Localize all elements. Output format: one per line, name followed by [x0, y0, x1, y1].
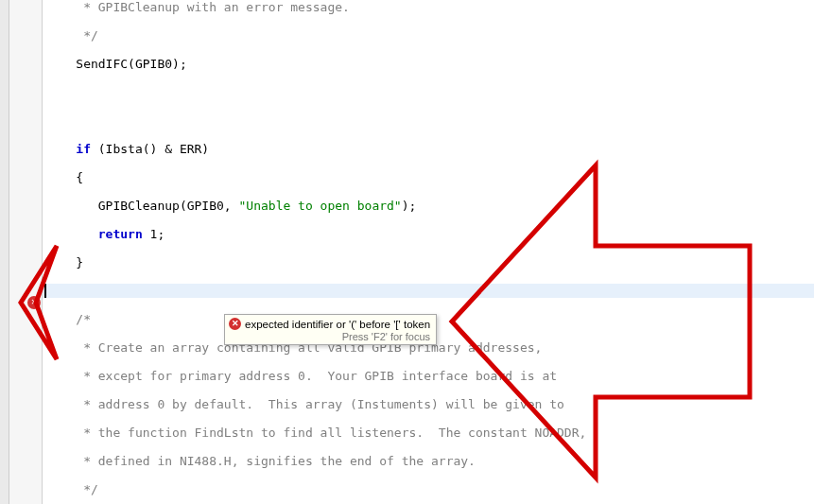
comment-line: */	[46, 28, 98, 43]
code-text: );	[402, 199, 417, 213]
blank-line	[43, 113, 814, 128]
text-cursor	[44, 284, 46, 298]
comment-line: * GPIBCleanup with an error message.	[46, 0, 350, 14]
comment-line: /*	[46, 312, 91, 326]
code-fn: SendIFC	[76, 57, 128, 71]
brace-line: {	[43, 170, 814, 184]
code-text: (GPIB0);	[128, 57, 187, 71]
code-area[interactable]: * GPIBCleanup with an error message. */ …	[43, 0, 814, 504]
code-text: 1;	[143, 227, 165, 241]
error-icon	[229, 318, 241, 330]
comment-line: * address 0 by default. This array (Inst…	[46, 397, 564, 411]
comment-line: * the function FindLstn to find all list…	[46, 426, 586, 440]
cursor-line	[43, 284, 814, 298]
brace-line: }	[43, 255, 814, 269]
tooltip-message: expected identifier or '(' before '[' to…	[245, 319, 430, 330]
comment-line: * defined in NI488.H, signifies the end …	[46, 454, 476, 468]
comment-line: * except for primary address 0. Your GPI…	[46, 369, 557, 383]
code-block[interactable]: * GPIBCleanup with an error message. */ …	[43, 0, 814, 504]
comment-line: */	[46, 482, 98, 496]
keyword-if: if	[76, 142, 91, 156]
error-tooltip[interactable]: expected identifier or '(' before '[' to…	[224, 314, 437, 345]
code-text: GPIBCleanup(GPIB0,	[46, 199, 239, 213]
tooltip-hint: Press 'F2' for focus	[229, 331, 430, 342]
editor-container: * GPIBCleanup with an error message. */ …	[0, 0, 814, 504]
left-rail	[0, 0, 9, 504]
code-text: (Ibsta() & ERR)	[91, 142, 209, 156]
blank-line	[43, 85, 814, 99]
keyword-return: return	[98, 227, 143, 241]
gutter[interactable]	[9, 0, 43, 504]
string-literal: "Unable to open board"	[239, 199, 402, 213]
error-icon[interactable]	[27, 296, 41, 309]
